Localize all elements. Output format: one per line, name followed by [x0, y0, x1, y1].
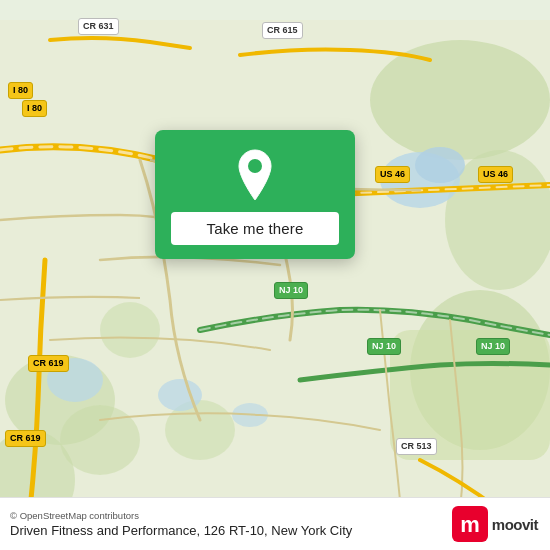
moovit-brand-text: moovit [492, 516, 538, 533]
road-label-nj10c: NJ 10 [476, 338, 510, 355]
road-label-cr619b: CR 619 [5, 430, 46, 447]
moovit-brand-icon: m [452, 506, 488, 542]
bottom-left-info: © OpenStreetMap contributors Driven Fitn… [10, 510, 352, 538]
road-label-nj10a: NJ 10 [274, 282, 308, 299]
map-container: CR 631 I 80 I 80 CR 615 CR 619 CR 619 US… [0, 0, 550, 550]
road-label-cr619a: CR 619 [28, 355, 69, 372]
svg-text:m: m [460, 512, 480, 537]
svg-point-15 [248, 159, 262, 173]
road-label-us46b: US 46 [478, 166, 513, 183]
map-pin-icon [233, 148, 277, 202]
road-label-i80a: I 80 [8, 82, 33, 99]
map-background [0, 0, 550, 550]
svg-point-7 [60, 405, 140, 475]
road-label-i80b: I 80 [22, 100, 47, 117]
svg-point-9 [100, 302, 160, 358]
road-label-nj10b: NJ 10 [367, 338, 401, 355]
location-name: Driven Fitness and Performance, 126 RT-1… [10, 523, 352, 538]
svg-point-11 [415, 147, 465, 183]
svg-point-1 [370, 40, 550, 160]
road-label-cr513: CR 513 [396, 438, 437, 455]
road-label-cr631: CR 631 [78, 18, 119, 35]
moovit-logo: m moovit [452, 506, 538, 542]
osm-attribution: © OpenStreetMap contributors [10, 510, 352, 521]
bottom-bar: © OpenStreetMap contributors Driven Fitn… [0, 497, 550, 550]
location-card: Take me there [155, 130, 355, 259]
road-label-cr615: CR 615 [262, 22, 303, 39]
road-label-us46a: US 46 [375, 166, 410, 183]
take-me-there-button[interactable]: Take me there [171, 212, 339, 245]
